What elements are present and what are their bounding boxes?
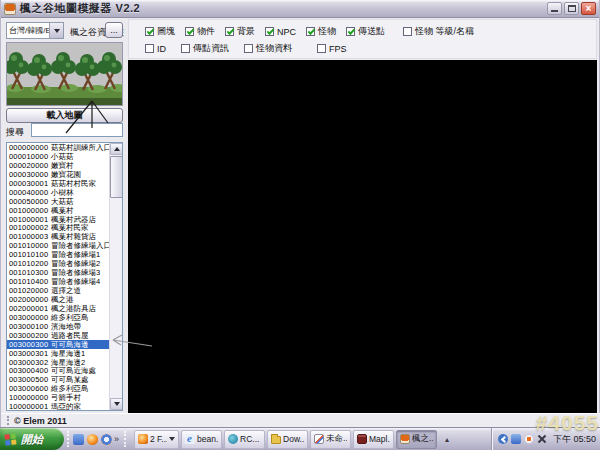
- map-name: 冒險者修練場1: [51, 250, 100, 259]
- list-item[interactable]: 001020000選擇之道: [7, 286, 109, 295]
- checkbox-label: 傳送點: [358, 25, 385, 38]
- map-name: 濱海地帶: [51, 322, 81, 331]
- firefox-icon[interactable]: [87, 434, 98, 445]
- list-item[interactable]: 000030000嫩寶花園: [7, 170, 109, 179]
- list-item[interactable]: 001010000冒險者修練場入口: [7, 241, 109, 250]
- map-name: 菇菇村村民家: [51, 179, 96, 188]
- browser-icon[interactable]: [73, 434, 84, 445]
- list-item[interactable]: 000010000小菇菇: [7, 152, 109, 161]
- scroll-up-button[interactable]: [110, 143, 123, 155]
- checkbox-item[interactable]: FPS: [317, 44, 347, 54]
- list-item[interactable]: 000050000大菇菇: [7, 197, 109, 206]
- list-item[interactable]: 003000200過路者民屋: [7, 331, 109, 340]
- taskbar-task-folder[interactable]: Dow...: [267, 430, 308, 449]
- taskbar-task-maple[interactable]: 楓之...: [396, 430, 437, 449]
- checkbox-box[interactable]: [306, 27, 315, 36]
- list-item[interactable]: 100000000弓箭手村: [7, 393, 109, 402]
- list-item[interactable]: 001010200冒險者修練場2: [7, 259, 109, 268]
- map-render-canvas[interactable]: [128, 60, 597, 413]
- checkbox-item[interactable]: 怪物 等級/名稱: [403, 25, 474, 38]
- browse-folder-button[interactable]: ...: [105, 22, 123, 38]
- checkbox-item[interactable]: ID: [145, 44, 166, 54]
- toolbar-grip[interactable]: [67, 431, 70, 447]
- task-label: 2 F...: [150, 434, 167, 444]
- list-item[interactable]: 002000001楓之港防具店: [7, 304, 109, 313]
- checkbox-box[interactable]: [244, 44, 253, 53]
- checkbox-item[interactable]: 怪物資料: [244, 42, 292, 55]
- maple-trees-preview-image: [6, 42, 123, 106]
- close-button[interactable]: ×: [581, 2, 596, 15]
- checkbox-box[interactable]: [317, 44, 326, 53]
- list-item[interactable]: 000000000菇菇村訓練所入口: [7, 143, 109, 152]
- checkbox-box[interactable]: [181, 44, 190, 53]
- checkbox-box[interactable]: [145, 44, 154, 53]
- map-id: 001010300: [9, 268, 51, 277]
- list-item[interactable]: 003000300可可島海邊: [7, 340, 109, 349]
- taskbar-task-ie[interactable]: bean...: [181, 430, 222, 449]
- taskbar-task-firefox[interactable]: 2 F...: [134, 430, 179, 449]
- list-item[interactable]: 001000002楓葉村民家: [7, 223, 109, 232]
- maximize-button[interactable]: [564, 2, 579, 15]
- checkbox-item[interactable]: NPC: [265, 27, 296, 37]
- list-item[interactable]: 003000400可可島近海處: [7, 366, 109, 375]
- list-item[interactable]: 002000000楓之港: [7, 295, 109, 304]
- checkbox-item[interactable]: 背景: [225, 25, 255, 38]
- list-item[interactable]: 000040000小樹林: [7, 188, 109, 197]
- list-item[interactable]: 000020000嫩寶村: [7, 161, 109, 170]
- checkbox-item[interactable]: 怪物: [306, 25, 336, 38]
- list-item[interactable]: 003000301海星海邊1: [7, 349, 109, 358]
- misc-tray-icon[interactable]: [537, 434, 547, 444]
- messenger-tray-icon[interactable]: [511, 434, 521, 444]
- list-item[interactable]: 001000000楓葉村: [7, 206, 109, 215]
- taskbar-task-paint[interactable]: 未命...: [310, 430, 351, 449]
- scroll-down-button[interactable]: [110, 398, 123, 410]
- scrollbar-thumb[interactable]: [110, 156, 123, 198]
- toolbar-grip[interactable]: [124, 431, 127, 447]
- checkbox-item[interactable]: 圖塊: [145, 25, 175, 38]
- checkbox-box[interactable]: [403, 27, 412, 36]
- list-item[interactable]: 001010400冒險者修練場4: [7, 277, 109, 286]
- checkbox-box[interactable]: [145, 27, 154, 36]
- paint-icon: [314, 434, 324, 444]
- list-item[interactable]: 003000302海星海邊2: [7, 358, 109, 367]
- minimize-button[interactable]: [547, 2, 562, 15]
- status-bar: © Elem 2011: [1, 413, 600, 427]
- language-bar-icon[interactable]: ▴: [445, 435, 449, 444]
- update-tray-icon[interactable]: [524, 434, 534, 444]
- list-item[interactable]: 003000500可可島某處: [7, 375, 109, 384]
- start-button[interactable]: 開始: [0, 428, 64, 450]
- list-item[interactable]: 001010100冒險者修練場1: [7, 250, 109, 259]
- start-label: 開始: [21, 432, 43, 447]
- list-item[interactable]: 003000100濱海地帶: [7, 322, 109, 331]
- map-id: 001000003: [9, 232, 51, 241]
- list-item[interactable]: 100000001瑪亞的家: [7, 402, 109, 410]
- taskbar-clock[interactable]: 下午 05:50: [553, 433, 596, 446]
- checkbox-item[interactable]: 傳點資訊: [181, 42, 229, 55]
- list-item[interactable]: 003000600維多利亞島: [7, 384, 109, 393]
- checkbox-label: ID: [157, 44, 166, 54]
- map-name: 弓箭手村: [51, 393, 81, 402]
- chevron-down-icon[interactable]: [49, 23, 63, 38]
- load-map-button[interactable]: 載入地圖: [6, 108, 123, 123]
- checkbox-box[interactable]: [265, 27, 274, 36]
- taskbar-task-books[interactable]: Mapl...: [353, 430, 394, 449]
- taskbar-task-rc[interactable]: RC...: [224, 430, 265, 449]
- checkbox-item[interactable]: 傳送點: [346, 25, 385, 38]
- list-item[interactable]: 000030001菇菇村村民家: [7, 179, 109, 188]
- list-item[interactable]: 003000000維多利亞島: [7, 313, 109, 322]
- overflow-chevron-icon[interactable]: »: [112, 434, 121, 444]
- hide-icons-chevron-icon[interactable]: [498, 434, 508, 444]
- checkbox-box[interactable]: [346, 27, 355, 36]
- title-bar[interactable]: 楓之谷地圖模擬器 V2.2 ×: [1, 0, 599, 18]
- checkbox-box[interactable]: [225, 27, 234, 36]
- list-scrollbar[interactable]: [109, 143, 122, 410]
- checkbox-box[interactable]: [185, 27, 194, 36]
- map-id: 003000500: [9, 375, 51, 384]
- media-player-icon[interactable]: [101, 434, 112, 445]
- checkbox-item[interactable]: 物件: [185, 25, 215, 38]
- search-input[interactable]: [31, 123, 123, 137]
- region-select[interactable]: 台灣/韓國/E: [6, 22, 64, 39]
- list-item[interactable]: 001000001楓葉村武器店: [7, 215, 109, 224]
- list-item[interactable]: 001000003楓葉村雜貨店: [7, 232, 109, 241]
- list-item[interactable]: 001010300冒險者修練場3: [7, 268, 109, 277]
